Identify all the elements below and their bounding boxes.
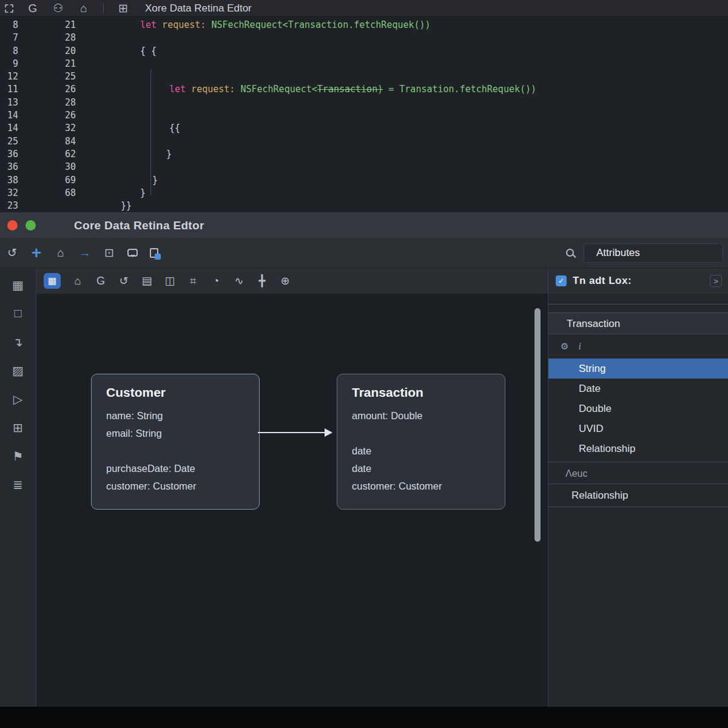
app-window: G⚇⌂⊞ Xore Data Retina Edtor 821let reque… bbox=[0, 0, 728, 728]
notes-tool-icon[interactable]: ≣ bbox=[12, 476, 24, 493]
entity-attribute[interactable]: customer: Customer bbox=[337, 477, 505, 495]
code-line: } bbox=[76, 187, 728, 200]
entity-card-customer[interactable]: Customer name: Stringemail: Stringpurcha… bbox=[91, 374, 260, 510]
entity-attribute[interactable]: amount: Double bbox=[337, 407, 505, 425]
select-tool-icon[interactable]: ▷ bbox=[12, 391, 24, 407]
type-list: StringDateDoubleUVIDRelationship bbox=[548, 359, 728, 459]
flag-tool-icon[interactable]: ⚑ bbox=[12, 448, 24, 464]
panel-button[interactable]: ⊡ bbox=[103, 246, 115, 260]
inspector-tools: ⚙ i bbox=[548, 334, 728, 359]
code-row: 1432{{ bbox=[0, 122, 728, 135]
entity-attribute[interactable]: name: String bbox=[92, 407, 259, 425]
indent-guide bbox=[150, 69, 151, 195]
line-number-secondary: 68 bbox=[18, 187, 76, 200]
code-row: 3630 bbox=[0, 161, 728, 174]
code-row: 1426 bbox=[0, 109, 728, 122]
line-number-secondary: 28 bbox=[18, 96, 76, 109]
window-grid-icon[interactable] bbox=[5, 4, 13, 13]
code-row: 1225 bbox=[0, 70, 728, 83]
users-icon[interactable]: ⚇ bbox=[52, 1, 64, 16]
code-line: let request: NSFechRequect<Transaction.f… bbox=[76, 19, 728, 32]
code-line bbox=[76, 135, 728, 148]
globe-icon[interactable]: ⊕ bbox=[279, 274, 291, 288]
zoom-button[interactable] bbox=[25, 220, 36, 231]
g-tool-icon[interactable]: G bbox=[95, 274, 107, 288]
windows-stack-icon[interactable]: ◫ bbox=[164, 274, 176, 288]
main-toolbar: ↺+⌂→⊡ Attributes bbox=[0, 238, 728, 268]
entity-attribute[interactable]: customer: Customer bbox=[92, 477, 259, 495]
building-icon[interactable]: ⌂ bbox=[72, 274, 84, 288]
hierarchy-icon[interactable]: ⌗ bbox=[187, 274, 199, 288]
connector-tool-icon[interactable]: ↴ bbox=[12, 334, 24, 350]
code-line: } bbox=[76, 148, 728, 161]
search-icon[interactable] bbox=[566, 249, 574, 257]
relationship-arrow bbox=[258, 426, 334, 439]
line-number-primary: 36 bbox=[0, 148, 18, 161]
form-tool-icon[interactable]: ⊞ bbox=[12, 419, 24, 436]
diagram-canvas[interactable]: Customer name: Stringemail: Stringpurcha… bbox=[36, 294, 548, 707]
home-icon[interactable]: ⌂ bbox=[78, 1, 90, 16]
entity-attrs: name: Stringemail: StringpurchaseDate: D… bbox=[92, 407, 259, 495]
comment-button[interactable] bbox=[127, 249, 138, 257]
shape-tool-icon[interactable]: □ bbox=[12, 305, 24, 322]
code-row: 1126let request: NSFechRequect<Transacti… bbox=[0, 83, 728, 96]
type-row-date[interactable]: Date bbox=[548, 379, 728, 399]
grid-icon[interactable]: ⊞ bbox=[117, 1, 129, 16]
scribble-icon[interactable]: ∿ bbox=[233, 274, 245, 288]
home-button[interactable]: ⌂ bbox=[55, 246, 67, 260]
inspector-relationship-row[interactable]: Relationship bbox=[548, 484, 728, 507]
g-icon[interactable]: G bbox=[27, 1, 39, 16]
table-tool-icon[interactable]: ▦ bbox=[12, 277, 24, 293]
line-number-primary: 11 bbox=[0, 83, 18, 96]
add-button[interactable]: + bbox=[30, 246, 42, 260]
forward-button[interactable]: → bbox=[79, 246, 91, 260]
line-number-secondary: 62 bbox=[18, 148, 76, 161]
entity-attribute[interactable]: email: String bbox=[92, 425, 259, 442]
entity-attrs: amount: Doubledatedatecustomer: Customer bbox=[337, 407, 505, 495]
entity-attribute[interactable]: date bbox=[337, 460, 505, 477]
gear-icon[interactable]: ⚙ bbox=[561, 341, 568, 352]
code-line: let request: NSFechRequect<Transaction) … bbox=[76, 83, 728, 96]
attributes-field[interactable]: Attributes bbox=[584, 243, 723, 263]
code-line: {{ bbox=[76, 122, 728, 135]
code-row: 3268} bbox=[0, 187, 728, 200]
entity-title: Customer bbox=[92, 374, 259, 407]
refresh-button[interactable]: ↺ bbox=[6, 246, 18, 260]
type-row-relationship[interactable]: Relationship bbox=[548, 439, 728, 459]
entity-title: Transaction bbox=[337, 374, 505, 407]
line-number-primary: 36 bbox=[0, 161, 18, 174]
line-number-secondary: 21 bbox=[18, 19, 76, 32]
clipboard-icon[interactable]: ▤ bbox=[141, 274, 153, 288]
inspector-divider bbox=[548, 304, 728, 305]
line-number-primary: 13 bbox=[0, 96, 18, 109]
line-number-primary: 14 bbox=[0, 109, 18, 122]
move-icon[interactable]: ╋ bbox=[256, 274, 268, 288]
entity-attribute[interactable]: date bbox=[337, 442, 505, 460]
inspector-header: ✓ Tn adt Lox: > bbox=[548, 268, 728, 294]
refresh-tool-icon[interactable]: ↺ bbox=[118, 274, 130, 288]
entity-attribute[interactable]: purchaseDate: Date bbox=[92, 460, 259, 477]
line-number-secondary: 32 bbox=[18, 122, 76, 135]
code-row: 23}} bbox=[0, 200, 728, 212]
top-bar-icons: G⚇⌂⊞ bbox=[5, 1, 129, 16]
close-button[interactable] bbox=[7, 220, 18, 231]
media-tool-icon[interactable]: ▨ bbox=[12, 362, 24, 379]
code-row: 820{ { bbox=[0, 45, 728, 58]
canvas-scrollbar[interactable] bbox=[534, 308, 541, 542]
entity-badge-icon: ✓ bbox=[556, 275, 567, 286]
documents-button[interactable] bbox=[150, 248, 158, 258]
code-editor[interactable]: 821let request: NSFechRequect<Transactio… bbox=[0, 17, 728, 212]
topbar-separator bbox=[103, 4, 104, 13]
entity-tool-button[interactable]: ▦ bbox=[44, 273, 61, 289]
code-row: 2584 bbox=[0, 135, 728, 148]
code-line bbox=[76, 58, 728, 70]
type-row-double[interactable]: Double bbox=[548, 399, 728, 419]
type-row-string[interactable]: String bbox=[548, 359, 728, 379]
entity-card-transaction[interactable]: Transaction amount: Doubledatedatecustom… bbox=[337, 374, 505, 510]
info-icon[interactable]: i bbox=[578, 341, 581, 352]
pie-icon[interactable]: ◔ bbox=[210, 274, 222, 288]
toolbar-right: Attributes bbox=[566, 243, 723, 263]
chevron-button[interactable]: > bbox=[710, 275, 722, 287]
type-row-uvid[interactable]: UVID bbox=[548, 419, 728, 439]
inspector-entity-row[interactable]: Transaction bbox=[548, 312, 728, 334]
